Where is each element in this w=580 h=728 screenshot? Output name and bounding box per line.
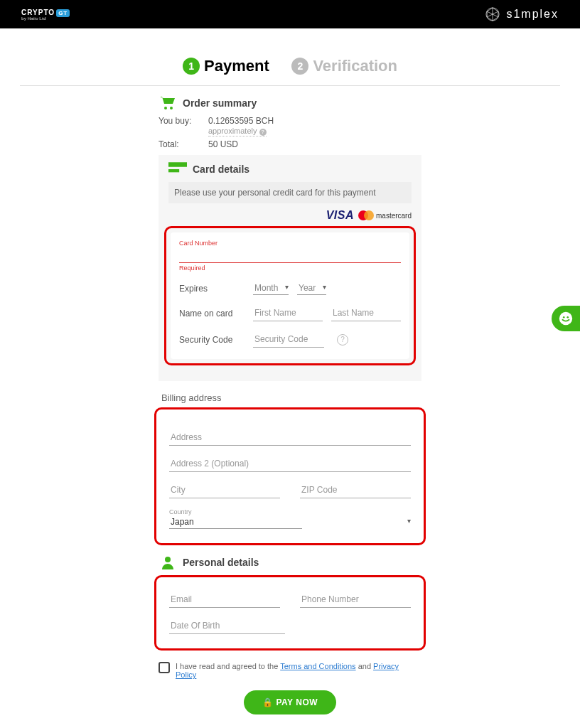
brand-left-logo: CRYPTOGT by Hatio Ltd	[21, 9, 70, 21]
country-select[interactable]: Japan	[169, 515, 302, 529]
simplex-icon	[483, 5, 502, 23]
card-icon	[168, 162, 187, 176]
agree-row: I have read and agreed to the Terms and …	[159, 662, 421, 679]
security-code-help-icon[interactable]: ?	[337, 334, 348, 346]
approximately-hint[interactable]: approximately ?	[208, 127, 267, 136]
terms-link[interactable]: Terms and Conditions	[280, 662, 355, 670]
svg-point-8	[566, 316, 569, 318]
phone-input[interactable]	[300, 592, 411, 608]
expiry-month-select[interactable]: Month	[253, 282, 289, 295]
lock-icon: 🔒	[262, 697, 274, 707]
dob-input[interactable]	[169, 618, 285, 634]
zip-input[interactable]	[300, 482, 411, 498]
svg-point-5	[165, 557, 171, 562]
total-value: 50 USD	[208, 139, 238, 149]
personal-details-header: Personal details	[159, 555, 421, 569]
person-icon	[159, 555, 177, 569]
step-2-number: 2	[291, 58, 308, 75]
step-indicator: 1 Payment 2 Verification	[20, 57, 560, 86]
svg-rect-4	[168, 169, 179, 172]
card-note: Please use your personal credit card for…	[168, 182, 412, 203]
step-payment: 1 Payment	[183, 57, 269, 75]
svg-point-2	[170, 107, 173, 109]
pay-now-button[interactable]: 🔒PAY NOW	[244, 690, 336, 714]
card-brand-logos: VISA mastercard	[168, 209, 412, 222]
svg-point-7	[563, 316, 565, 318]
order-total-row: Total: 50 USD	[159, 139, 421, 149]
visa-logo: VISA	[326, 209, 354, 222]
step-verification: 2 Verification	[291, 57, 397, 75]
buy-value: 0.12653595 BCH	[208, 116, 274, 126]
brand-left-text: CRYPTO	[21, 9, 55, 16]
brand-right-logo: s1mplex	[483, 5, 559, 23]
card-number-required: Required	[179, 264, 401, 272]
agree-checkbox[interactable]	[159, 662, 170, 673]
country-label: Country	[169, 508, 411, 515]
order-summary-header: Order summary	[159, 96, 421, 110]
chat-widget-tab[interactable]	[552, 306, 580, 331]
security-code-label: Security Code	[179, 335, 245, 345]
order-buy-row: You buy: 0.12653595 BCH approximately ?	[159, 116, 421, 136]
brand-right-text: s1mplex	[506, 8, 559, 21]
top-bar: CRYPTOGT by Hatio Ltd s1mplex	[0, 0, 580, 28]
total-label: Total:	[159, 139, 208, 149]
expires-label: Expires	[179, 284, 245, 294]
order-summary-title: Order summary	[183, 97, 257, 109]
last-name-input[interactable]	[331, 305, 401, 321]
mastercard-logo: mastercard	[358, 210, 412, 220]
buy-label: You buy:	[159, 116, 208, 136]
expiry-year-select[interactable]: Year	[297, 282, 326, 295]
email-input[interactable]	[169, 592, 280, 608]
brand-left-badge: GT	[56, 9, 70, 17]
address-input[interactable]	[169, 429, 411, 446]
personal-details-title: Personal details	[183, 557, 259, 568]
step-1-label: Payment	[204, 57, 269, 75]
cart-icon	[159, 96, 177, 110]
svg-point-1	[164, 107, 167, 109]
billing-address-title: Billing address	[159, 392, 421, 403]
address2-input[interactable]	[169, 456, 411, 472]
security-code-input[interactable]	[253, 331, 324, 348]
city-input[interactable]	[169, 482, 280, 498]
card-details-title: Card details	[193, 164, 249, 175]
first-name-input[interactable]	[253, 305, 323, 321]
agree-text: I have read and agreed to the Terms and …	[176, 662, 421, 679]
chat-icon	[558, 311, 574, 326]
step-1-number: 1	[183, 58, 200, 75]
name-on-card-label: Name on card	[179, 309, 245, 318]
svg-point-6	[559, 312, 572, 325]
card-number-label: Card Number	[179, 240, 401, 247]
card-number-input[interactable]	[179, 247, 401, 263]
svg-rect-3	[168, 162, 187, 167]
card-details-block: Card details Please use your personal cr…	[159, 155, 421, 381]
step-2-label: Verification	[313, 57, 397, 75]
